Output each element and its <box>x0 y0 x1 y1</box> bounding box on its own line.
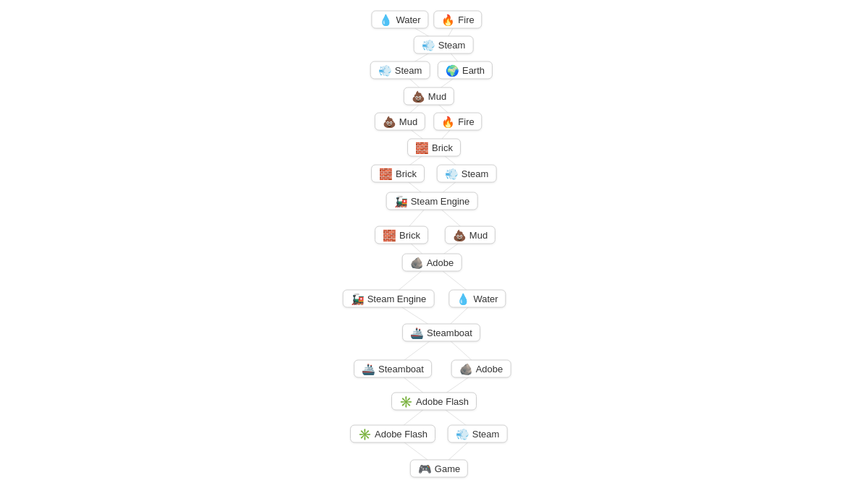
node-label-fire1: Fire <box>458 14 474 25</box>
node-mud2[interactable]: 💩Mud <box>375 113 425 131</box>
node-brick2[interactable]: 🧱Brick <box>371 165 425 183</box>
node-steam3[interactable]: 💨Steam <box>437 165 497 183</box>
node-brick3[interactable]: 🧱Brick <box>375 226 428 244</box>
node-icon-steam4: 💨 <box>456 429 469 440</box>
node-icon-brick2: 🧱 <box>379 168 393 179</box>
node-icon-mud1: 💩 <box>412 91 425 102</box>
node-label-steamboat2: Steamboat <box>378 364 424 374</box>
node-steamboat1[interactable]: 🚢Steamboat <box>402 324 480 342</box>
node-steamengine2[interactable]: 🚂Steam Engine <box>343 290 435 308</box>
node-fire1[interactable]: 🔥Fire <box>433 11 482 29</box>
node-label-steamengine2: Steam Engine <box>367 294 427 304</box>
node-label-mud1: Mud <box>428 91 446 102</box>
node-adobe1[interactable]: 🪨Adobe <box>402 254 462 272</box>
node-icon-earth1: 🌍 <box>446 65 459 76</box>
node-label-fire2: Fire <box>458 116 474 127</box>
node-adobe2[interactable]: 🪨Adobe <box>451 360 511 378</box>
node-label-steam3: Steam <box>461 168 489 179</box>
node-steam1[interactable]: 💨Steam <box>414 36 474 54</box>
graph-canvas: 💧Water🔥Fire💨Steam💨Steam🌍Earth💩Mud💩Mud🔥Fi… <box>0 0 868 488</box>
node-icon-steam1: 💨 <box>422 40 435 51</box>
node-mud3[interactable]: 💩Mud <box>445 226 495 244</box>
node-label-mud3: Mud <box>469 230 488 241</box>
node-water2[interactable]: 💧Water <box>448 290 506 308</box>
node-label-adobeflash2: Adobe Flash <box>375 429 427 440</box>
node-icon-water1: 💧 <box>379 14 393 25</box>
node-adobeflash1[interactable]: ✳️Adobe Flash <box>391 393 477 411</box>
node-icon-steamengine1: 🚂 <box>394 196 408 207</box>
node-label-steam4: Steam <box>472 429 500 440</box>
node-icon-steam3: 💨 <box>445 168 459 179</box>
node-icon-mud3: 💩 <box>453 230 467 241</box>
node-label-brick2: Brick <box>396 168 417 179</box>
node-water1[interactable]: 💧Water <box>371 11 428 29</box>
node-steamboat2[interactable]: 🚢Steamboat <box>354 360 432 378</box>
node-icon-steamengine2: 🚂 <box>351 294 365 304</box>
node-label-water2: Water <box>473 294 498 304</box>
node-steamengine1[interactable]: 🚂Steam Engine <box>386 192 478 210</box>
node-label-water1: Water <box>396 14 420 25</box>
node-label-game1: Game <box>435 463 460 474</box>
node-steam4[interactable]: 💨Steam <box>448 425 508 443</box>
node-icon-mud2: 💩 <box>383 116 396 127</box>
node-icon-fire1: 🔥 <box>441 14 455 25</box>
connection-lines <box>0 0 868 488</box>
node-icon-water2: 💧 <box>456 294 470 304</box>
node-fire2[interactable]: 🔥Fire <box>433 113 482 131</box>
node-label-steam2: Steam <box>395 65 422 76</box>
node-label-adobe1: Adobe <box>427 257 454 268</box>
node-icon-game1: 🎮 <box>418 463 432 474</box>
node-label-steam1: Steam <box>438 40 466 51</box>
node-icon-brick1: 🧱 <box>415 142 429 153</box>
node-adobeflash2[interactable]: ✳️Adobe Flash <box>350 425 435 443</box>
node-icon-steamboat2: 🚢 <box>362 364 375 374</box>
node-mud1[interactable]: 💩Mud <box>404 87 454 106</box>
node-icon-fire2: 🔥 <box>441 116 455 127</box>
node-label-adobeflash1: Adobe Flash <box>416 396 469 407</box>
node-label-adobe2: Adobe <box>476 364 503 374</box>
node-game1[interactable]: 🎮Game <box>410 460 468 478</box>
node-label-brick1: Brick <box>432 142 453 153</box>
node-icon-adobeflash1: ✳️ <box>399 396 413 407</box>
node-steam2[interactable]: 💨Steam <box>370 61 430 80</box>
node-label-mud2: Mud <box>399 116 417 127</box>
node-label-earth1: Earth <box>462 65 485 76</box>
node-label-steamengine1: Steam Engine <box>411 196 470 207</box>
node-icon-steamboat1: 🚢 <box>410 328 424 338</box>
node-label-brick3: Brick <box>399 230 420 241</box>
node-icon-steam2: 💨 <box>378 65 392 76</box>
node-brick1[interactable]: 🧱Brick <box>407 139 461 157</box>
node-label-steamboat1: Steamboat <box>427 328 472 338</box>
node-icon-adobeflash2: ✳️ <box>358 429 372 440</box>
node-earth1[interactable]: 🌍Earth <box>438 61 493 80</box>
node-icon-adobe1: 🪨 <box>410 257 424 268</box>
node-icon-brick3: 🧱 <box>383 230 396 241</box>
node-icon-adobe2: 🪨 <box>459 364 473 374</box>
